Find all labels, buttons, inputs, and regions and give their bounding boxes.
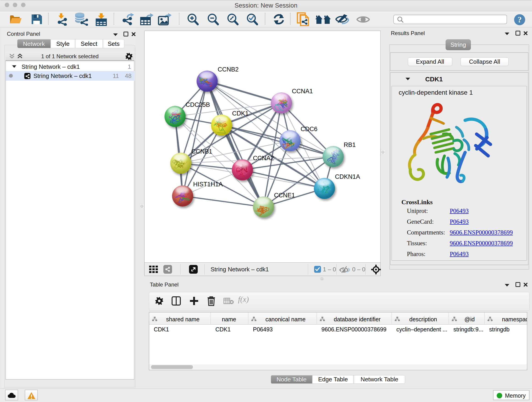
svg-text:CDC25B: CDC25B: [186, 101, 210, 108]
svg-text:CDC6: CDC6: [301, 126, 317, 133]
svg-text:CCNB2: CCNB2: [218, 66, 239, 73]
svg-text:CCNA1: CCNA1: [292, 88, 313, 95]
svg-text:CCNA2: CCNA2: [253, 155, 274, 162]
svg-text:CDKN1A: CDKN1A: [335, 173, 360, 180]
svg-text:CCNB1: CCNB1: [191, 148, 212, 155]
svg-text:RB1: RB1: [344, 141, 356, 148]
svg-text:HIST1H1A: HIST1H1A: [193, 181, 223, 188]
svg-text:CDK1: CDK1: [232, 110, 249, 117]
svg-text:CCNE1: CCNE1: [274, 192, 295, 199]
